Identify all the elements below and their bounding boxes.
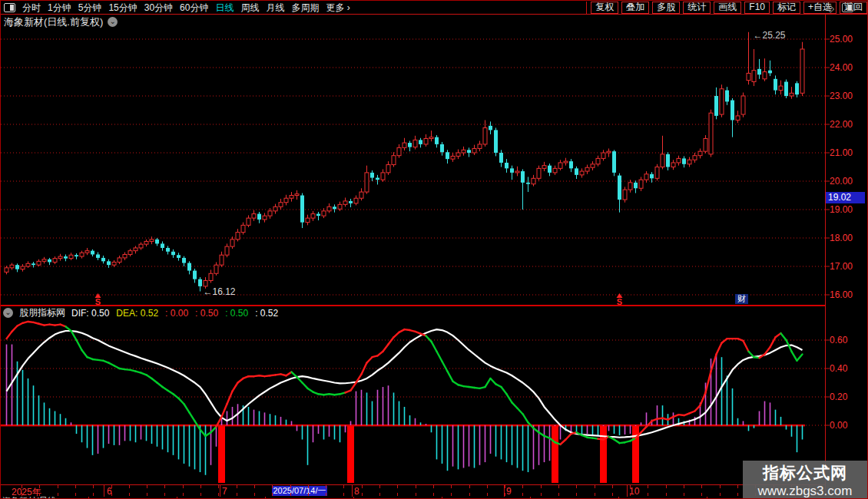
- candle-body-up: [515, 171, 519, 173]
- candle-body-down: [31, 263, 35, 265]
- price-tick-20.00: 20.00: [830, 176, 865, 187]
- signal-bar: [600, 426, 607, 483]
- dif-line-segment: [744, 341, 749, 352]
- candle-body-up: [580, 171, 584, 175]
- axis-tick: [737, 493, 738, 496]
- dif-line-segment: [222, 404, 227, 417]
- candle-body-up: [118, 258, 121, 263]
- signal-marker-label: S: [617, 297, 622, 306]
- dif-line-segment: [179, 398, 184, 404]
- candle-body-up: [343, 201, 347, 204]
- candle-body-down: [569, 161, 573, 168]
- axis-tick: [290, 485, 291, 488]
- candle-body-up: [429, 137, 433, 139]
- dif-line-segment: [426, 335, 432, 341]
- candle-body-up: [413, 140, 417, 147]
- axis-tick: [469, 485, 470, 488]
- candle-body-up: [42, 259, 46, 262]
- candle-body-down: [784, 82, 788, 97]
- candle-body-down: [731, 101, 734, 121]
- dif-line-segment: [706, 372, 711, 393]
- candle-body-down: [408, 143, 412, 147]
- axis-tick: [308, 493, 309, 496]
- axis-tick: [326, 485, 326, 488]
- dif-line-segment: [615, 440, 620, 444]
- indicator-name[interactable]: 股朋指标网: [19, 306, 65, 319]
- candle-body-down: [193, 271, 197, 279]
- x-axis[interactable]: 2025年 2025/07/14/一 678910: [1, 484, 825, 497]
- candle-body-up: [381, 173, 385, 180]
- price-tick-18.00: 18.00: [830, 233, 865, 243]
- dif-line-segment: [641, 427, 647, 432]
- indicator-tick-0.60: 0.60: [830, 335, 865, 345]
- chart-canvas[interactable]: ←25.25←16.12SS: [1, 1, 868, 499]
- candle-body-down: [440, 144, 444, 152]
- axis-tick: [75, 485, 76, 488]
- watermark: 指标公式网 www.zbgs3.com: [743, 461, 867, 499]
- signal-marker-label: S: [95, 297, 101, 306]
- candle-body-up: [220, 255, 224, 265]
- candle-body-up: [537, 168, 541, 178]
- price-badge: 19.02: [826, 192, 865, 203]
- axis-tick: [595, 485, 595, 488]
- dif-line-segment: [770, 337, 776, 347]
- candle-body-up: [704, 139, 707, 152]
- candle-body-down: [349, 201, 353, 203]
- candle-body-up: [601, 153, 605, 158]
- candle-body-up: [709, 113, 713, 154]
- month-separator: [104, 485, 104, 497]
- app-window: 分时1分钟5分钟15分钟30分钟60分钟日线周线月线多周期更多 › 复权叠加多股…: [0, 0, 868, 499]
- dif-line-segment: [701, 392, 706, 405]
- candle-body-up: [144, 241, 148, 244]
- candle-body-up: [644, 174, 648, 180]
- candle-body-up: [53, 259, 57, 263]
- month-label-7: 7: [222, 486, 227, 497]
- axis-tick: [111, 485, 112, 488]
- candle-body-down: [171, 252, 175, 255]
- axis-tick: [290, 493, 291, 496]
- dif-line-segment: [297, 377, 303, 382]
- axis-tick: [737, 485, 738, 488]
- dif-line-segment: [491, 378, 496, 384]
- dif-line-segment: [561, 440, 566, 444]
- axis-tick: [362, 493, 363, 496]
- candle-body-up: [677, 158, 681, 163]
- candle-body-down: [333, 207, 336, 209]
- candle-body-down: [161, 243, 164, 248]
- candle-body-up: [263, 216, 267, 220]
- dif-line-segment: [722, 339, 727, 343]
- candle-body-up: [5, 268, 8, 273]
- candle-body-down: [101, 258, 105, 261]
- chevron-down-icon[interactable]: ⌄: [3, 308, 13, 318]
- candle-body-up: [752, 71, 756, 82]
- dif-line-segment: [184, 404, 190, 412]
- dif-line-segment: [174, 394, 179, 398]
- cai-badge: 财: [735, 294, 748, 304]
- candle-body-up: [112, 262, 116, 265]
- candle-body-up: [322, 211, 326, 216]
- axis-tick: [630, 493, 631, 496]
- dif-line-segment: [190, 412, 195, 421]
- axis-tick: [93, 493, 94, 496]
- indicator-value-2: : 0.00: [165, 308, 188, 319]
- dif-line-segment: [211, 427, 217, 432]
- axis-tick: [58, 485, 58, 488]
- candle-body-up: [359, 192, 363, 198]
- candle-body-up: [128, 251, 132, 255]
- candle-body-down: [505, 163, 509, 168]
- candle-body-down: [494, 130, 498, 153]
- candle-body-down: [435, 137, 439, 144]
- candle-body-down: [48, 259, 51, 263]
- axis-tick: [487, 485, 488, 488]
- candle-body-up: [397, 147, 401, 155]
- candle-body-down: [15, 265, 19, 269]
- axis-tick: [433, 493, 434, 496]
- candle-body-down: [499, 153, 503, 163]
- candle-body-up: [279, 203, 283, 207]
- dif-line-segment: [7, 332, 12, 339]
- candle-body-down: [177, 255, 181, 258]
- axis-tick: [326, 493, 326, 496]
- candle-body-down: [548, 166, 552, 173]
- dif-line-segment: [206, 432, 211, 436]
- dif-line-segment: [383, 345, 389, 352]
